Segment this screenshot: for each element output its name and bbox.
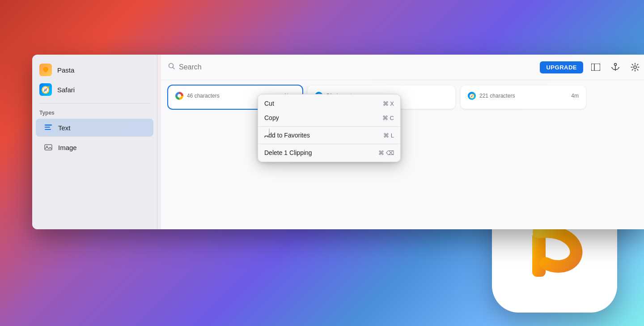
text-type-icon — [43, 122, 54, 133]
sidebar-text-label: Text — [58, 124, 71, 132]
clip-1-meta: 46 characters — [187, 93, 220, 99]
svg-rect-1 — [45, 127, 50, 128]
image-type-icon — [43, 142, 54, 153]
search-input[interactable] — [179, 63, 534, 71]
copy-shortcut: ⌘ C — [382, 115, 394, 121]
sidebar-toggle-button[interactable] — [589, 60, 603, 74]
context-menu: Cut ⌘ X Copy ⌘ C Add to Favorites ⌘ L De… — [258, 94, 401, 162]
context-menu-add-favorites[interactable]: Add to Favorites ⌘ L — [258, 128, 400, 142]
context-menu-separator-2 — [258, 144, 400, 144]
settings-button[interactable] — [628, 60, 642, 74]
sidebar: Pasta 🧭 Safari Types Text — [32, 55, 157, 229]
context-menu-delete[interactable]: Delete 1 Clipping ⌘ ⌫ — [258, 146, 400, 160]
svg-line-6 — [173, 68, 175, 69]
sidebar-types-section-title: Types — [32, 107, 157, 118]
cut-shortcut: ⌘ X — [383, 100, 394, 107]
clip-3-time: 4m — [571, 93, 579, 99]
add-favorites-label: Add to Favorites — [264, 132, 310, 139]
search-icon — [168, 63, 175, 72]
context-menu-cut[interactable]: Cut ⌘ X — [258, 96, 400, 111]
safari-large-icon: 🧭 — [39, 83, 52, 96]
svg-rect-0 — [45, 124, 52, 126]
sidebar-safari-label: Safari — [57, 86, 75, 94]
clip-card-3[interactable]: 🧭 221 characters 4m — [461, 86, 586, 109]
sidebar-item-pasta[interactable]: Pasta — [32, 60, 157, 80]
sidebar-divider — [39, 103, 150, 103]
search-container — [168, 63, 534, 72]
sidebar-resize-handle[interactable] — [157, 55, 161, 229]
upgrade-button[interactable]: UPGRADE — [540, 61, 583, 73]
anchor-button[interactable] — [608, 60, 623, 74]
sidebar-pasta-label: Pasta — [57, 66, 74, 74]
sidebar-type-text[interactable]: Text — [36, 119, 153, 137]
clip-3-meta: 221 characters — [479, 93, 515, 99]
cut-label: Cut — [264, 100, 274, 107]
clip-3-header: 🧭 221 characters 4m — [468, 92, 579, 100]
clips-area: 46 characters Now 🧭 51 characters — [161, 80, 644, 229]
add-favorites-shortcut: ⌘ L — [383, 132, 394, 139]
copy-label: Copy — [264, 114, 279, 121]
clip-1-chrome-icon — [175, 92, 183, 100]
svg-rect-3 — [45, 145, 52, 150]
context-menu-copy[interactable]: Copy ⌘ C — [258, 111, 400, 125]
main-content: UPGRADE — [161, 55, 644, 229]
context-menu-separator-1 — [258, 126, 400, 127]
sidebar-image-label: Image — [58, 144, 77, 151]
svg-point-9 — [614, 64, 617, 66]
delete-label: Delete 1 Clipping — [264, 149, 312, 156]
svg-point-13 — [634, 66, 636, 69]
pasta-icon — [39, 64, 52, 76]
sidebar-type-image[interactable]: Image — [36, 138, 153, 156]
top-bar: UPGRADE — [161, 55, 644, 80]
delete-shortcut: ⌘ ⌫ — [378, 150, 394, 156]
svg-rect-7 — [591, 64, 600, 71]
svg-rect-2 — [45, 129, 51, 130]
clip-3-safari-icon: 🧭 — [468, 92, 476, 100]
sidebar-item-safari[interactable]: 🧭 Safari — [32, 80, 157, 99]
